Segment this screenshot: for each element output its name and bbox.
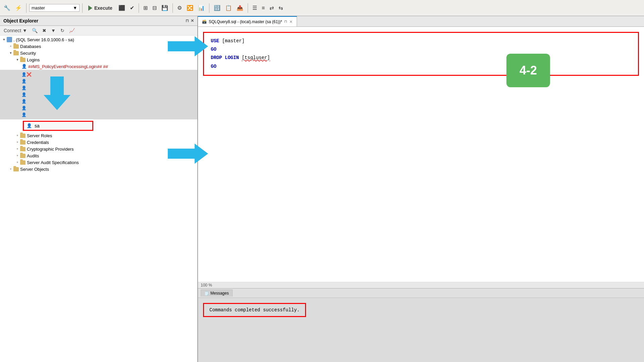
- sql-code-box[interactable]: USE [master] GO DROP LOGIN [tsqluser]: [203, 32, 639, 76]
- results-content: Commands completed successfully.: [198, 298, 644, 322]
- green-badge: 4-2: [506, 54, 550, 87]
- expand-audits[interactable]: +: [15, 153, 20, 158]
- server-roles-folder-icon: [20, 134, 26, 138]
- object-explorer-panel: Object Explorer ⊓ ✕ Connect ▼ 🔍 ✖ ▼ ↻ 📈 …: [0, 16, 198, 362]
- oe-disconnect-btn[interactable]: ✖: [41, 27, 48, 34]
- zoom-label: 100 %: [201, 283, 212, 288]
- tree-login-5[interactable]: 👤: [0, 91, 197, 98]
- toolbar-btn-8[interactable]: 📊: [196, 4, 206, 12]
- toolbar-btn-4[interactable]: ⊟: [151, 4, 158, 12]
- sql-editor-panel: 🗃️ SQLQuery8.sql - (local).master (sa (6…: [198, 16, 644, 362]
- toolbar-btn-13[interactable]: ≡: [260, 4, 266, 12]
- expand-crypto[interactable]: +: [15, 146, 20, 152]
- user-icon-3: 👤: [21, 79, 27, 84]
- user-icon-5: 👤: [21, 92, 27, 97]
- tree-databases[interactable]: + Databases: [0, 43, 197, 50]
- tree-login-7[interactable]: 👤: [0, 105, 197, 111]
- expand-logins[interactable]: ▼: [15, 57, 20, 62]
- toolbar-btn-1[interactable]: 🔧: [2, 4, 12, 12]
- expand-credentials[interactable]: +: [15, 140, 20, 145]
- tree-login-8[interactable]: 👤: [0, 111, 197, 118]
- tab-close-icon[interactable]: ✕: [289, 19, 293, 24]
- tree-security[interactable]: ▼ Security: [0, 50, 197, 56]
- crypto-label: Cryptographic Providers: [27, 147, 73, 152]
- toolbar-sep-2: [82, 3, 83, 13]
- check-button[interactable]: ✔: [128, 4, 136, 12]
- toolbar-btn-6[interactable]: ⚙: [176, 4, 184, 12]
- oe-close-icon[interactable]: ✕: [191, 18, 194, 23]
- tab-pin-icon[interactable]: ⊓: [284, 19, 287, 24]
- toolbar-btn-5[interactable]: 💾: [160, 4, 170, 12]
- tree-credentials[interactable]: + Credentials: [0, 139, 197, 146]
- tree-audits[interactable]: + Audits: [0, 152, 197, 159]
- expand-security[interactable]: ▼: [8, 50, 13, 56]
- oe-header-controls: ⊓ ✕: [186, 18, 194, 23]
- user-icon-8: 👤: [21, 112, 27, 117]
- login-ms-label: ##MS_PolicyEventProcessingLogin## ##: [28, 64, 108, 69]
- sa-login-label: sa: [35, 123, 40, 128]
- server-icon: [7, 37, 12, 42]
- kw-go-2: GO: [211, 64, 216, 69]
- dropdown-arrow: ▼: [73, 5, 77, 10]
- messages-tab-icon: 🗒️: [204, 291, 209, 296]
- user-icon-7: 👤: [21, 105, 27, 111]
- databases-folder-icon: [13, 44, 19, 49]
- editor-tab-bar: 🗃️ SQLQuery8.sql - (local).master (sa (6…: [198, 16, 644, 27]
- audits-label: Audits: [27, 153, 39, 158]
- tree-server-roles[interactable]: + Server Roles: [0, 132, 197, 139]
- credentials-folder-icon: [20, 140, 26, 145]
- tree-login-3[interactable]: 👤: [0, 78, 197, 85]
- tree-login-6[interactable]: 👤: [0, 98, 197, 105]
- editor-tab-query[interactable]: 🗃️ SQLQuery8.sql - (local).master (sa (6…: [198, 16, 297, 27]
- crypto-folder-icon: [20, 147, 26, 151]
- tree-logins[interactable]: ▼ Logins: [0, 56, 197, 63]
- sql-line-2: GO: [211, 45, 631, 54]
- logins-label: Logins: [27, 57, 40, 62]
- expand-audit-specs[interactable]: +: [15, 160, 20, 165]
- toolbar-btn-15[interactable]: ⇆: [277, 4, 285, 12]
- tree-login-sa[interactable]: 👤 sa: [3, 120, 195, 132]
- toolbar-btn-9[interactable]: 🔢: [212, 4, 222, 12]
- tree-server-node[interactable]: ▼ . (SQL Server 16.0.1000.6 - sa): [0, 36, 197, 43]
- login-list-container: 👤 ##MS_PolicyEventProcessingLogin## ## 👤…: [0, 63, 197, 132]
- tree-login-2[interactable]: 👤❌: [0, 71, 197, 78]
- oe-connect-btn[interactable]: Connect ▼: [2, 27, 29, 34]
- stop-button[interactable]: ⬛: [117, 4, 127, 12]
- oe-filter2-btn[interactable]: ▼: [49, 27, 57, 34]
- tree-server-objects[interactable]: + Server Objects: [0, 166, 197, 172]
- tab-title: SQLQuery8.sql - (local).master (sa (61))…: [209, 19, 282, 24]
- tree-login-4[interactable]: 👤: [0, 85, 197, 91]
- toolbar-btn-3[interactable]: ⊞: [142, 4, 149, 12]
- expand-server[interactable]: ▼: [1, 37, 7, 42]
- oe-header: Object Explorer ⊓ ✕: [0, 16, 197, 26]
- kw-go-1: GO: [211, 47, 216, 52]
- user-icon-2: 👤❌: [21, 72, 27, 77]
- toolbar-sep-1: [26, 3, 27, 13]
- sql-master: [master]: [222, 38, 245, 44]
- execute-button[interactable]: Execute: [85, 4, 115, 12]
- oe-activity-btn[interactable]: 📈: [67, 27, 77, 34]
- server-roles-label: Server Roles: [27, 133, 52, 138]
- expand-server-roles[interactable]: +: [15, 133, 20, 138]
- oe-refresh-btn[interactable]: ↻: [59, 27, 66, 34]
- tree-login-ms[interactable]: 👤 ##MS_PolicyEventProcessingLogin## ##: [0, 63, 197, 70]
- sql-line-4: GO: [211, 62, 631, 71]
- messages-tab[interactable]: 🗒️ Messages: [201, 290, 233, 297]
- audit-specs-folder-icon: [20, 160, 26, 165]
- oe-filter-btn[interactable]: 🔍: [30, 27, 39, 34]
- toolbar-btn-7[interactable]: 🔀: [185, 4, 195, 12]
- expand-databases[interactable]: +: [8, 44, 13, 49]
- toolbar-sep-4: [172, 3, 173, 13]
- server-objects-folder-icon: [13, 167, 19, 171]
- expand-server-objects[interactable]: +: [8, 166, 13, 172]
- toolbar-btn-14[interactable]: ⇄: [268, 4, 276, 12]
- toolbar-btn-10[interactable]: 📋: [224, 4, 234, 12]
- tree-crypto-providers[interactable]: + Cryptographic Providers: [0, 146, 197, 152]
- toolbar-btn-12[interactable]: ☰: [251, 4, 259, 12]
- oe-pin-icon[interactable]: ⊓: [186, 18, 189, 23]
- sql-tsqluser: [tsqluser]: [242, 55, 270, 60]
- toolbar-btn-11[interactable]: 📤: [235, 4, 245, 12]
- database-dropdown[interactable]: master ▼: [29, 4, 80, 12]
- tree-server-audit-specs[interactable]: + Server Audit Specifications: [0, 159, 197, 166]
- toolbar-btn-2[interactable]: ⚡: [13, 4, 23, 12]
